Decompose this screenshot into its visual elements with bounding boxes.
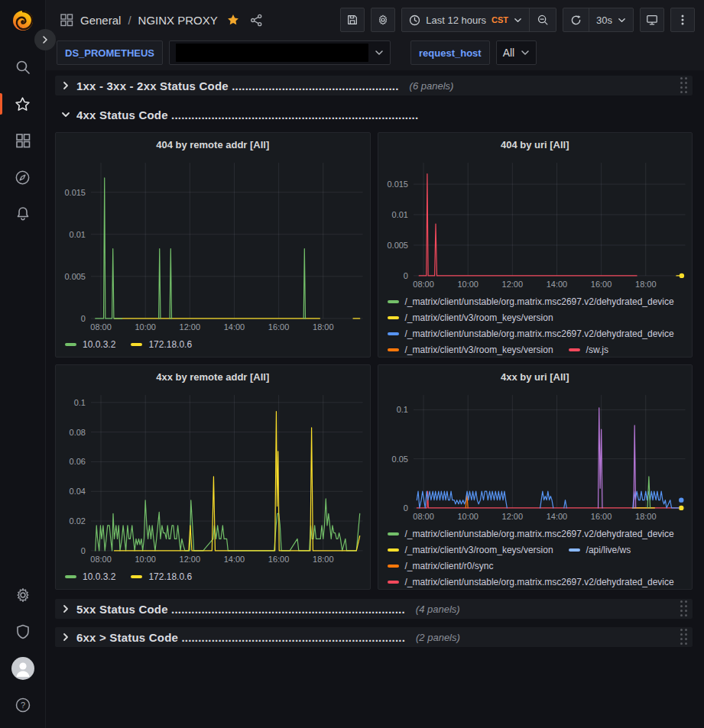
- sidebar-item-profile[interactable]: [0, 650, 46, 687]
- svg-text:0.005: 0.005: [64, 272, 85, 281]
- row-drag-handle[interactable]: [680, 77, 688, 94]
- legend-item[interactable]: /_matrix/client/r0/sync: [388, 558, 494, 574]
- favorite-star-icon[interactable]: [226, 13, 240, 27]
- legend-item[interactable]: /_matrix/client/v3/room_keys/version: [388, 542, 553, 558]
- sidebar-item-search[interactable]: [0, 49, 46, 86]
- legend-label: 10.0.3.2: [83, 339, 115, 350]
- refresh-icon: [570, 15, 582, 26]
- time-series-plot[interactable]: 08:0010:0012:0014:0016:0018:0000.050.1: [378, 389, 693, 524]
- dashboard-title[interactable]: NGINX PROXY: [138, 14, 218, 27]
- zoom-out-time-button[interactable]: [529, 8, 556, 31]
- row-header-5xx[interactable]: 5xx Status Code ........................…: [55, 599, 693, 619]
- variable-value: All: [503, 47, 515, 59]
- legend-item[interactable]: /_matrix/client/unstable/org.matrix.msc2…: [388, 325, 674, 341]
- time-series-plot[interactable]: 08:0010:0012:0014:0016:0018:0000.020.040…: [56, 389, 370, 567]
- variable-label-ds-prometheus[interactable]: DS_PROMETHEUS: [57, 40, 163, 65]
- search-icon: [15, 59, 31, 76]
- time-range-picker[interactable]: Last 12 hours CST: [402, 8, 529, 31]
- legend-item[interactable]: 10.0.3.2: [65, 336, 115, 352]
- zoom-out-icon: [537, 14, 549, 26]
- refresh-button[interactable]: [563, 8, 589, 31]
- panel-legend: 10.0.3.2172.18.0.6: [56, 567, 370, 589]
- tv-mode-button[interactable]: [640, 8, 664, 32]
- panel-title[interactable]: 404 by uri [All]: [378, 133, 693, 157]
- svg-text:16:00: 16:00: [590, 280, 611, 289]
- svg-text:10:00: 10:00: [135, 555, 155, 564]
- svg-text:?: ?: [20, 700, 24, 710]
- legend-item[interactable]: 172.18.0.6: [131, 336, 192, 352]
- row-drag-handle[interactable]: [680, 629, 688, 645]
- svg-text:0.02: 0.02: [70, 516, 86, 526]
- panel-title[interactable]: 4xx by uri [All]: [378, 365, 693, 389]
- legend-item[interactable]: /_matrix/client/v3/room_keys/version: [388, 309, 553, 325]
- row-header-4xx[interactable]: 4xx Status Code ........................…: [55, 105, 693, 125]
- legend-swatch: [65, 575, 76, 578]
- save-dashboard-button[interactable]: [340, 8, 365, 32]
- sidebar-item-server-admin[interactable]: [0, 613, 46, 650]
- svg-text:14:00: 14:00: [546, 280, 566, 289]
- bell-icon: [15, 205, 31, 222]
- legend-label: 172.18.0.6: [148, 571, 192, 582]
- variable-select-ds-prometheus[interactable]: [169, 40, 391, 65]
- svg-text:14:00: 14:00: [224, 555, 245, 564]
- legend-item[interactable]: /api/live/ws: [569, 542, 631, 558]
- save-icon: [346, 14, 358, 26]
- legend-label: /_matrix/client/unstable/org.matrix.msc2…: [405, 296, 674, 307]
- panel-title[interactable]: 404 by remote addr [All]: [56, 133, 370, 157]
- legend-label: /_matrix/client/v3/room_keys/version: [405, 545, 553, 555]
- panel-404-by-uri: 404 by uri [All] 08:0010:0012:0014:0016:…: [378, 132, 693, 358]
- svg-text:14:00: 14:00: [224, 322, 245, 332]
- monitor-icon: [646, 14, 658, 26]
- sidebar-item-help[interactable]: ?: [0, 687, 46, 723]
- gear-icon: [15, 587, 31, 603]
- sidebar-item-explore[interactable]: [0, 159, 46, 196]
- refresh-interval-picker[interactable]: 30s: [589, 8, 633, 31]
- legend-label: /_matrix/client/unstable/org.matrix.msc2…: [405, 529, 674, 539]
- legend-item[interactable]: 172.18.0.6: [131, 568, 192, 584]
- legend-item[interactable]: /sw.js: [569, 341, 608, 357]
- main-area: General / NGINX PROXY: [46, 0, 704, 728]
- compass-icon: [14, 169, 31, 186]
- legend-item[interactable]: /_matrix/client/unstable/org.matrix.msc2…: [388, 526, 674, 542]
- chevron-right-icon: [41, 35, 50, 44]
- row-drag-handle[interactable]: [680, 600, 688, 617]
- panel-title[interactable]: 4xx by remote addr [All]: [56, 365, 370, 389]
- row-header-6xx[interactable]: 6xx > Status Code ......................…: [55, 627, 693, 647]
- legend-swatch: [131, 575, 142, 578]
- svg-text:14:00: 14:00: [546, 512, 566, 521]
- more-options-button[interactable]: [670, 8, 695, 32]
- row-header-1xx-3xx-2xx[interactable]: 1xx - 3xx - 2xx Status Code ............…: [55, 76, 693, 95]
- svg-text:0: 0: [403, 503, 407, 513]
- sidebar-item-alerting[interactable]: [0, 196, 46, 232]
- row-panel-count: (6 panels): [410, 80, 454, 92]
- breadcrumb-folder[interactable]: General: [80, 14, 121, 27]
- legend-item[interactable]: /_matrix/client/unstable/org.matrix.msc2…: [388, 574, 674, 589]
- panel-4xx-by-remote-addr: 4xx by remote addr [All] 08:0010:0012:00…: [55, 364, 371, 590]
- chevron-down-icon: [61, 110, 70, 119]
- shield-icon: [15, 623, 31, 640]
- svg-text:0: 0: [403, 271, 407, 280]
- gear-icon: [377, 14, 389, 26]
- time-series-plot[interactable]: 08:0010:0012:0014:0016:0018:0000.0050.01…: [378, 157, 693, 292]
- time-series-plot[interactable]: 08:0010:0012:0014:0016:0018:0000.0050.01…: [56, 157, 370, 335]
- svg-text:0: 0: [81, 314, 86, 323]
- legend-item[interactable]: /_matrix/client/unstable/org.matrix.msc2…: [388, 293, 674, 309]
- dashboard-settings-button[interactable]: [371, 8, 395, 32]
- sidebar-item-starred[interactable]: [0, 86, 46, 122]
- svg-text:18:00: 18:00: [635, 512, 656, 521]
- share-icon[interactable]: [250, 14, 263, 27]
- legend-item[interactable]: /_matrix/client/v3/room_keys/version: [388, 341, 553, 357]
- sidebar-expand-button[interactable]: [34, 29, 56, 50]
- row-panel-count: (4 panels): [416, 603, 460, 615]
- svg-text:10:00: 10:00: [135, 322, 155, 332]
- sidebar-item-dashboards[interactable]: [0, 122, 46, 159]
- grafana-logo-icon[interactable]: [8, 6, 37, 35]
- sidebar-item-configuration[interactable]: [0, 577, 46, 613]
- svg-text:18:00: 18:00: [313, 322, 333, 332]
- dashboard-grid-icon: [60, 13, 73, 27]
- legend-label: /sw.js: [586, 345, 608, 355]
- variable-select-request-host[interactable]: All: [496, 40, 537, 65]
- variable-label-request-host[interactable]: request_host: [410, 40, 490, 65]
- legend-item[interactable]: 10.0.3.2: [65, 568, 115, 584]
- svg-text:18:00: 18:00: [635, 280, 656, 289]
